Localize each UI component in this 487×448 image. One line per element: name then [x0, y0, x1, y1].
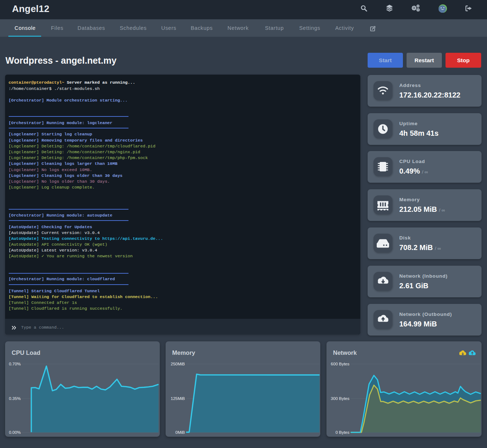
svg-text:0.70%: 0.70% — [9, 362, 21, 366]
svg-text:0MiB: 0MiB — [175, 430, 185, 435]
svg-text:600 Bytes: 600 Bytes — [331, 362, 349, 366]
svg-text:0.35%: 0.35% — [9, 396, 21, 401]
svg-text:0 Bytes: 0 Bytes — [336, 430, 350, 435]
svg-text:0.00%: 0.00% — [9, 430, 21, 435]
svg-text:250MiB: 250MiB — [171, 362, 185, 366]
svg-text:125MiB: 125MiB — [171, 396, 185, 401]
svg-text:300 Bytes: 300 Bytes — [331, 396, 349, 401]
